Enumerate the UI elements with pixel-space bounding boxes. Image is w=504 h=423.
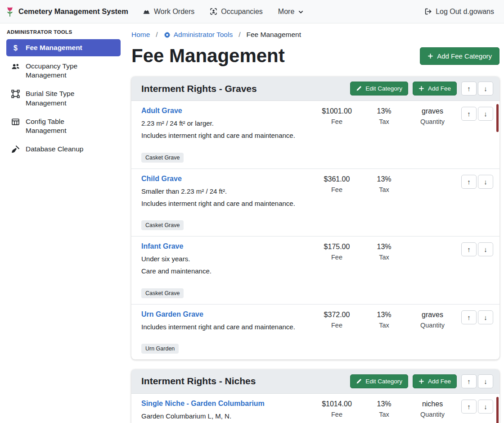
fee-row: Single Niche - Garden ColumbariumGarden … xyxy=(131,394,500,423)
move-category-up-button[interactable]: ↑ xyxy=(461,82,477,96)
move-fee-up-button[interactable]: ↑ xyxy=(461,242,477,256)
move-category-down-button[interactable]: ↓ xyxy=(478,82,493,96)
move-category-up-button[interactable]: ↑ xyxy=(461,374,477,388)
sidebar-item-label: Fee Management xyxy=(26,43,82,52)
fee-description: Smaller than 2.23 m² / 24 ft². xyxy=(141,186,309,196)
fee-tax-value: 13% xyxy=(360,107,408,116)
breadcrumb-home-link[interactable]: Home xyxy=(131,31,150,39)
fee-category-card: Interment Rights - NichesEdit CategoryAd… xyxy=(131,369,500,423)
fee-info: Infant GraveUnder six years.Care and mai… xyxy=(141,242,313,298)
fee-info: Urn Garden GraveIncludes interment right… xyxy=(141,310,313,354)
fee-name-link[interactable]: Child Grave xyxy=(141,175,182,183)
nav-item-work-orders[interactable]: Work Orders xyxy=(143,8,194,16)
add-fee-button[interactable]: Add Fee xyxy=(413,374,457,388)
fee-row: Child GraveSmaller than 2.23 m² / 24 ft²… xyxy=(131,168,500,237)
pencil-icon xyxy=(356,378,362,384)
move-fee-up-button[interactable]: ↑ xyxy=(461,107,477,121)
fee-categories: Interment Rights - GravesEdit CategoryAd… xyxy=(131,77,500,423)
fee-tag: Casket Grave xyxy=(141,220,184,230)
nav-item-occupancies[interactable]: Occupancies xyxy=(210,8,263,16)
fee-tax-label: Tax xyxy=(360,254,408,261)
scrollbar-thumb[interactable] xyxy=(496,104,499,132)
fee-tag: Urn Garden xyxy=(141,344,179,354)
sidebar-item-burial-site-type-management[interactable]: Burial Site Type Management xyxy=(6,85,121,111)
sidebar-item-fee-management[interactable]: $Fee Management xyxy=(6,39,121,56)
sidebar-item-label: Config Table Management xyxy=(26,117,106,135)
breadcrumb-admin-tools-label: Administrator Tools xyxy=(174,31,233,39)
sidebar-list: $Fee ManagementOccupancy Type Management… xyxy=(6,39,121,158)
move-fee-down-button[interactable]: ↓ xyxy=(478,175,493,189)
scrollbar-thumb[interactable] xyxy=(496,397,499,423)
move-fee-down-button[interactable]: ↓ xyxy=(478,400,493,414)
plot-frame-icon xyxy=(11,90,20,98)
fee-tax-value: 13% xyxy=(360,311,408,319)
plus-icon xyxy=(428,53,433,59)
fee-name-link[interactable]: Infant Grave xyxy=(141,242,183,250)
fee-amount: $1014.00Fee xyxy=(313,400,360,418)
fee-amount-value: $361.00 xyxy=(313,175,360,184)
fee-name-link[interactable]: Urn Garden Grave xyxy=(141,310,203,318)
breadcrumb: Home / Administrator Tools / Fee Managem… xyxy=(131,31,500,39)
fee-quantity-value xyxy=(408,175,457,184)
reorder-buttons: ↑↓ xyxy=(461,242,493,256)
plus-icon xyxy=(418,86,424,91)
fee-amount: $175.00Fee xyxy=(313,242,360,261)
occupancy-frame-icon xyxy=(210,8,217,15)
fee-category-title: Interment Rights - Graves xyxy=(141,83,257,94)
fee-amount-label: Fee xyxy=(313,322,360,329)
move-fee-down-button[interactable]: ↓ xyxy=(478,242,493,256)
fee-description: Includes interment right and care and ma… xyxy=(141,322,309,332)
nav-item-more[interactable]: More xyxy=(278,8,304,16)
app-brand[interactable]: Cemetery Management System xyxy=(5,6,128,18)
page-title: Fee Management xyxy=(131,45,285,67)
add-fee-button[interactable]: Add Fee xyxy=(413,82,457,96)
fee-tag: Casket Grave xyxy=(141,288,184,298)
fee-name-link[interactable]: Adult Grave xyxy=(141,107,182,115)
nav-item-label: Work Orders xyxy=(154,8,194,16)
fee-amount-value: $175.00 xyxy=(313,243,360,251)
sidebar-item-config-table-management[interactable]: Config Table Management xyxy=(6,113,121,139)
fee-tax: 13%Tax xyxy=(360,400,408,418)
move-fee-up-button[interactable]: ↑ xyxy=(461,175,477,189)
move-category-down-button[interactable]: ↓ xyxy=(478,374,493,388)
sidebar: ADMINISTRATOR TOOLS $Fee ManagementOccup… xyxy=(0,23,126,159)
sidebar-heading: ADMINISTRATOR TOOLS xyxy=(7,29,121,35)
reorder-buttons: ↑↓ xyxy=(461,107,493,121)
edit-category-button-label: Edit Category xyxy=(365,85,402,92)
logout-icon xyxy=(424,8,432,15)
nav-item-label: More xyxy=(278,8,294,16)
fee-amount-value: $1001.00 xyxy=(313,107,360,116)
add-fee-button-label: Add Fee xyxy=(428,378,451,385)
fee-name-link[interactable]: Single Niche - Garden Columbarium xyxy=(141,400,265,408)
edit-category-button[interactable]: Edit Category xyxy=(350,82,408,96)
fee-reorder: ↑↓ xyxy=(457,107,493,121)
fee-info: Single Niche - Garden ColumbariumGarden … xyxy=(141,400,313,423)
fee-row: Urn Garden GraveIncludes interment right… xyxy=(131,304,500,359)
title-row: Fee Management Add Fee Category xyxy=(131,45,500,67)
breadcrumb-separator: / xyxy=(238,31,240,39)
add-fee-category-label: Add Fee Category xyxy=(437,52,492,60)
breadcrumb-admin-tools-link[interactable]: Administrator Tools xyxy=(164,31,233,39)
move-fee-up-button[interactable]: ↑ xyxy=(461,400,477,414)
sidebar-item-database-cleanup[interactable]: Database Cleanup xyxy=(6,141,121,158)
add-fee-category-button[interactable]: Add Fee Category xyxy=(420,47,500,65)
fee-description: 2.23 m² / 24 ft² or larger. xyxy=(141,118,309,128)
fee-description: Under six years. xyxy=(141,254,309,264)
fee-description: Includes interment right and care and ma… xyxy=(141,130,309,141)
logout-button[interactable]: Log Out d.gowans xyxy=(424,8,494,16)
edit-category-button[interactable]: Edit Category xyxy=(350,374,408,388)
fee-description: Includes interment right and care and ma… xyxy=(141,198,309,209)
sidebar-item-label: Burial Site Type Management xyxy=(26,89,106,107)
reorder-buttons: ↑↓ xyxy=(461,82,493,96)
move-fee-up-button[interactable]: ↑ xyxy=(461,310,477,324)
move-fee-down-button[interactable]: ↓ xyxy=(478,107,493,121)
sidebar-item-occupancy-type-management[interactable]: Occupancy Type Management xyxy=(6,58,121,84)
fee-list: Adult Grave2.23 m² / 24 ft² or larger.In… xyxy=(131,101,500,359)
add-fee-button-label: Add Fee xyxy=(428,85,451,92)
fee-amount-label: Fee xyxy=(313,411,360,418)
move-fee-down-button[interactable]: ↓ xyxy=(478,310,493,324)
fee-reorder: ↑↓ xyxy=(457,242,493,256)
fee-description: Garden Columbarium L, M, N. xyxy=(141,411,309,421)
app-title: Cemetery Management System xyxy=(18,7,128,16)
fee-description: Care and maintenance. xyxy=(141,266,309,276)
